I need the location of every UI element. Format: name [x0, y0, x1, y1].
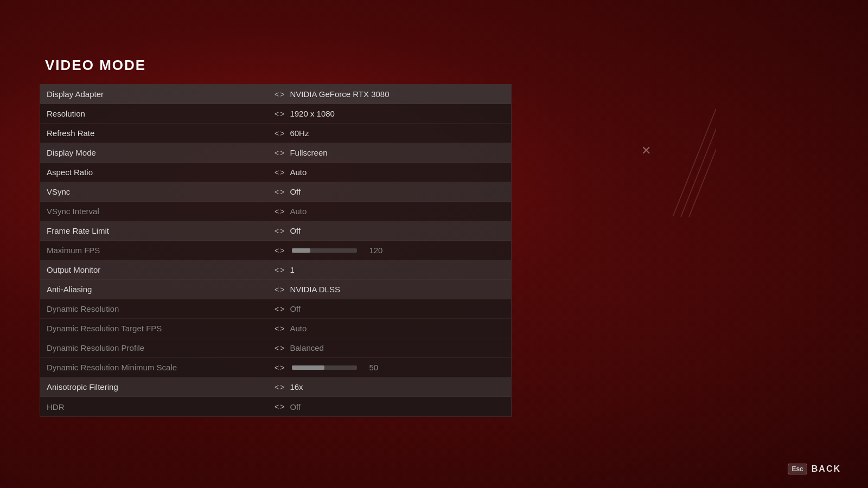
arrows-resolution: <>: [275, 110, 284, 118]
arrow-left-hdr[interactable]: <: [275, 402, 279, 411]
setting-label-output-monitor: Output Monitor: [47, 265, 275, 274]
arrow-right-dynamic-resolution-target-fps[interactable]: >: [280, 324, 284, 333]
setting-value-vsync: Off: [290, 187, 301, 196]
close-icon[interactable]: ✕: [641, 144, 651, 158]
arrow-left-resolution[interactable]: <: [275, 110, 279, 118]
setting-row-anisotropic-filtering[interactable]: Anisotropic Filtering<>16x: [40, 377, 511, 397]
arrow-left-vsync-interval[interactable]: <: [275, 207, 279, 216]
setting-row-hdr[interactable]: HDR<>Off: [40, 397, 511, 416]
setting-row-frame-rate-limit[interactable]: Frame Rate Limit<>Off: [40, 221, 511, 241]
arrow-left-aspect-ratio[interactable]: <: [275, 168, 279, 177]
setting-row-display-adapter[interactable]: Display Adapter<>NVIDIA GeForce RTX 3080: [40, 85, 511, 104]
setting-value-dynamic-resolution-target-fps: Auto: [290, 324, 307, 333]
arrow-right-vsync-interval[interactable]: >: [280, 207, 284, 216]
arrow-left-anti-aliasing[interactable]: <: [275, 285, 279, 294]
arrow-right-frame-rate-limit[interactable]: >: [280, 227, 284, 235]
setting-value-hdr: Off: [290, 402, 301, 412]
arrow-right-output-monitor[interactable]: >: [280, 266, 284, 274]
arrow-right-vsync[interactable]: >: [280, 188, 284, 196]
setting-label-display-adapter: Display Adapter: [47, 89, 275, 99]
arrows-refresh-rate: <>: [275, 129, 284, 138]
settings-panel: Display Adapter<>NVIDIA GeForce RTX 3080…: [40, 84, 512, 417]
slider-track-dynamic-resolution-minimum-scale[interactable]: [292, 365, 357, 370]
arrows-frame-rate-limit: <>: [275, 227, 284, 235]
arrow-right-display-adapter[interactable]: >: [280, 90, 284, 99]
arrows-vsync: <>: [275, 188, 284, 196]
setting-row-dynamic-resolution[interactable]: Dynamic Resolution<>Off: [40, 299, 511, 319]
setting-row-vsync-interval[interactable]: VSync Interval<>Auto: [40, 202, 511, 221]
setting-label-maximum-fps: Maximum FPS: [47, 246, 275, 255]
slider-track-maximum-fps[interactable]: [292, 248, 357, 253]
setting-row-display-mode[interactable]: Display Mode<>Fullscreen: [40, 143, 511, 163]
setting-label-frame-rate-limit: Frame Rate Limit: [47, 226, 275, 235]
arrow-right-refresh-rate[interactable]: >: [280, 129, 284, 138]
arrow-left-display-adapter[interactable]: <: [275, 90, 279, 99]
setting-row-refresh-rate[interactable]: Refresh Rate<>60Hz: [40, 124, 511, 143]
arrows-anisotropic-filtering: <>: [275, 383, 284, 391]
setting-label-display-mode: Display Mode: [47, 148, 275, 157]
setting-row-dynamic-resolution-minimum-scale[interactable]: Dynamic Resolution Minimum Scale<>50: [40, 358, 511, 377]
setting-label-dynamic-resolution-target-fps: Dynamic Resolution Target FPS: [47, 324, 275, 333]
arrows-anti-aliasing: <>: [275, 285, 284, 294]
arrow-right-dynamic-resolution-minimum-scale[interactable]: >: [280, 363, 284, 372]
arrow-right-maximum-fps[interactable]: >: [280, 246, 284, 255]
setting-row-aspect-ratio[interactable]: Aspect Ratio<>Auto: [40, 163, 511, 182]
arrow-left-frame-rate-limit[interactable]: <: [275, 227, 279, 235]
arrow-left-dynamic-resolution[interactable]: <: [275, 305, 279, 313]
arrow-right-resolution[interactable]: >: [280, 110, 284, 118]
setting-value-display-adapter: NVIDIA GeForce RTX 3080: [290, 89, 389, 99]
setting-value-display-mode: Fullscreen: [290, 148, 327, 157]
arrows-maximum-fps: <>: [275, 246, 284, 255]
arrow-left-output-monitor[interactable]: <: [275, 266, 279, 274]
slider-fill-dynamic-resolution-minimum-scale: [292, 365, 324, 370]
decorative-lines: [673, 108, 716, 217]
setting-value-dynamic-resolution-profile: Balanced: [290, 343, 324, 352]
setting-value-area-resolution: <>1920 x 1080: [275, 109, 505, 118]
arrow-left-refresh-rate[interactable]: <: [275, 129, 279, 138]
setting-value-area-anisotropic-filtering: <>16x: [275, 382, 505, 391]
arrow-left-maximum-fps[interactable]: <: [275, 246, 279, 255]
setting-value-dynamic-resolution-minimum-scale: 50: [369, 363, 378, 372]
arrows-dynamic-resolution: <>: [275, 305, 284, 313]
arrows-dynamic-resolution-target-fps: <>: [275, 324, 284, 333]
setting-value-area-display-mode: <>Fullscreen: [275, 148, 505, 157]
setting-value-area-output-monitor: <>1: [275, 265, 505, 274]
setting-row-output-monitor[interactable]: Output Monitor<>1: [40, 260, 511, 280]
arrow-right-hdr[interactable]: >: [280, 402, 284, 411]
arrow-left-dynamic-resolution-profile[interactable]: <: [275, 344, 279, 352]
arrow-right-anisotropic-filtering[interactable]: >: [280, 383, 284, 391]
arrow-left-vsync[interactable]: <: [275, 188, 279, 196]
arrow-left-dynamic-resolution-target-fps[interactable]: <: [275, 324, 279, 333]
back-button[interactable]: BACK: [812, 464, 841, 474]
arrows-aspect-ratio: <>: [275, 168, 284, 177]
arrow-right-aspect-ratio[interactable]: >: [280, 168, 284, 177]
setting-row-dynamic-resolution-target-fps[interactable]: Dynamic Resolution Target FPS<>Auto: [40, 319, 511, 338]
arrows-display-adapter: <>: [275, 90, 284, 99]
setting-value-anisotropic-filtering: 16x: [290, 382, 303, 391]
setting-row-anti-aliasing[interactable]: Anti-Aliasing<>NVIDIA DLSS: [40, 280, 511, 299]
setting-row-vsync[interactable]: VSync<>Off: [40, 182, 511, 202]
arrow-right-dynamic-resolution-profile[interactable]: >: [280, 344, 284, 352]
setting-value-area-dynamic-resolution-target-fps: <>Auto: [275, 324, 505, 333]
setting-label-refresh-rate: Refresh Rate: [47, 129, 275, 138]
arrow-left-anisotropic-filtering[interactable]: <: [275, 383, 279, 391]
arrows-vsync-interval: <>: [275, 207, 284, 216]
setting-row-resolution[interactable]: Resolution<>1920 x 1080: [40, 104, 511, 124]
arrow-right-dynamic-resolution[interactable]: >: [280, 305, 284, 313]
svg-line-0: [673, 108, 716, 217]
setting-row-maximum-fps[interactable]: Maximum FPS<>120: [40, 241, 511, 260]
setting-row-dynamic-resolution-profile[interactable]: Dynamic Resolution Profile<>Balanced: [40, 338, 511, 358]
arrow-right-anti-aliasing[interactable]: >: [280, 285, 284, 294]
setting-value-area-dynamic-resolution: <>Off: [275, 304, 505, 313]
arrow-right-display-mode[interactable]: >: [280, 149, 284, 157]
arrows-hdr: <>: [275, 402, 284, 411]
arrow-left-dynamic-resolution-minimum-scale[interactable]: <: [275, 363, 279, 372]
setting-label-resolution: Resolution: [47, 109, 275, 118]
setting-label-dynamic-resolution-profile: Dynamic Resolution Profile: [47, 343, 275, 352]
setting-value-area-display-adapter: <>NVIDIA GeForce RTX 3080: [275, 89, 505, 99]
setting-label-vsync-interval: VSync Interval: [47, 207, 275, 216]
arrow-left-display-mode[interactable]: <: [275, 149, 279, 157]
setting-value-area-dynamic-resolution-minimum-scale: <>50: [275, 363, 505, 372]
setting-label-aspect-ratio: Aspect Ratio: [47, 168, 275, 177]
arrows-output-monitor: <>: [275, 266, 284, 274]
